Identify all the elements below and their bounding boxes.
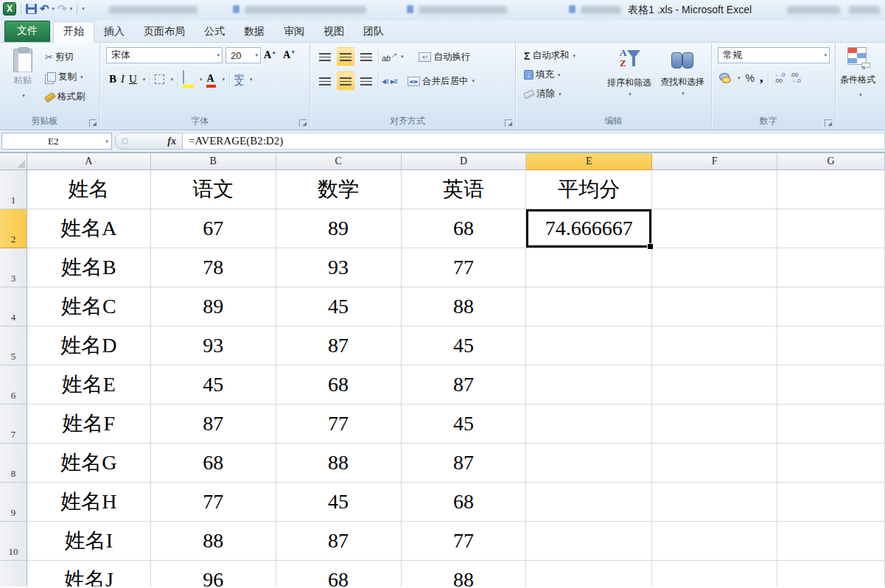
cell-B1[interactable]: 语文 <box>151 170 276 209</box>
fill-color-button[interactable] <box>183 71 194 88</box>
column-header-D[interactable]: D <box>402 153 527 170</box>
alignment-dialog-launcher-icon[interactable]: ◢ <box>505 119 512 127</box>
merge-center-dropdown-icon[interactable]: ▾ <box>472 78 475 84</box>
row-header-4[interactable]: 4 <box>0 287 27 326</box>
clipboard-dialog-launcher-icon[interactable]: ◢ <box>89 119 97 127</box>
orientation-button[interactable]: ab↗ <box>382 51 396 63</box>
cell-G4[interactable] <box>777 287 885 326</box>
underline-button[interactable]: U <box>129 73 137 85</box>
currency-dropdown-icon[interactable]: ▾ <box>738 75 741 81</box>
cell-E7[interactable] <box>526 405 652 444</box>
tab-data[interactable]: 数据 <box>234 22 274 42</box>
cell-G6[interactable] <box>777 365 885 405</box>
excel-logo-icon[interactable]: X <box>3 2 16 15</box>
customize-qat-icon[interactable]: ▾ <box>82 6 85 12</box>
number-format-select[interactable]: 常规▾ <box>718 47 830 63</box>
autosum-dropdown-icon[interactable]: ▾ <box>573 53 576 59</box>
cell-F9[interactable] <box>652 483 777 522</box>
cell-F3[interactable] <box>652 248 777 287</box>
sort-filter-button[interactable]: AZ 排序和筛选 ▾ <box>604 47 654 97</box>
formula-input[interactable]: =AVERAGE(B2:D2) <box>183 133 885 150</box>
cell-E11[interactable] <box>526 561 652 587</box>
cell-A11[interactable]: 姓名J <box>27 561 151 587</box>
cell-E9[interactable] <box>526 483 652 522</box>
cell-E8[interactable] <box>526 444 652 483</box>
cell-C4[interactable]: 45 <box>276 287 402 326</box>
cell-D7[interactable]: 45 <box>402 405 527 444</box>
cell-B5[interactable]: 93 <box>151 326 276 365</box>
increase-indent-icon[interactable]: ▸≡ <box>391 77 396 86</box>
tab-home[interactable]: 开始 <box>53 21 94 43</box>
tab-formulas[interactable]: 公式 <box>195 22 234 42</box>
cell-D6[interactable]: 87 <box>402 365 527 405</box>
undo-dropdown-icon[interactable]: ▾ <box>52 6 55 12</box>
cell-C6[interactable]: 68 <box>276 365 402 405</box>
undo-icon[interactable]: ↶ <box>40 4 49 14</box>
cell-A8[interactable]: 姓名G <box>27 444 151 483</box>
align-left-button[interactable] <box>316 71 334 91</box>
phonetic-guide-button[interactable]: wén文 <box>234 74 244 85</box>
cell-G9[interactable] <box>777 483 885 522</box>
autosum-button[interactable]: Σ自动求和▾ <box>522 49 578 63</box>
fill-dropdown-icon[interactable]: ▾ <box>558 72 561 78</box>
cell-A4[interactable]: 姓名C <box>27 287 151 326</box>
cell-E6[interactable] <box>526 365 652 405</box>
cell-C1[interactable]: 数学 <box>276 170 402 209</box>
tab-view[interactable]: 视图 <box>314 22 354 42</box>
tab-review[interactable]: 审阅 <box>274 22 314 42</box>
cell-F2[interactable] <box>652 209 777 248</box>
cell-G8[interactable] <box>777 444 885 483</box>
cell-F6[interactable] <box>652 365 777 405</box>
collapse-formula-icon[interactable] <box>122 138 128 144</box>
cell-D8[interactable]: 87 <box>402 444 527 483</box>
align-bottom-button[interactable] <box>357 47 375 66</box>
cell-F1[interactable] <box>652 170 777 209</box>
cell-G7[interactable] <box>777 405 885 444</box>
cell-F5[interactable] <box>652 326 777 365</box>
cell-C7[interactable]: 77 <box>276 405 402 444</box>
name-box[interactable]: E2 ▾ <box>1 133 112 150</box>
cell-E1[interactable]: 平均分 <box>526 170 652 209</box>
tab-page-layout[interactable]: 页面布局 <box>134 22 195 42</box>
row-header-6[interactable]: 6 <box>0 365 27 405</box>
cell-F10[interactable] <box>652 522 777 561</box>
currency-format-icon[interactable] <box>719 73 731 83</box>
cell-C11[interactable]: 68 <box>276 561 402 587</box>
cell-F8[interactable] <box>652 444 777 483</box>
clear-dropdown-icon[interactable]: ▾ <box>559 91 562 97</box>
italic-button[interactable]: I <box>121 73 125 85</box>
row-header-11[interactable]: 11 <box>0 561 27 587</box>
cell-C10[interactable]: 87 <box>276 522 402 561</box>
row-header-7[interactable]: 7 <box>0 405 27 444</box>
tab-insert[interactable]: 插入 <box>94 22 134 42</box>
cell-B10[interactable]: 88 <box>151 522 276 561</box>
find-select-dropdown-icon[interactable]: ▾ <box>659 91 707 97</box>
underline-dropdown-icon[interactable]: ▾ <box>143 77 146 83</box>
cell-E3[interactable] <box>526 248 652 287</box>
sort-filter-dropdown-icon[interactable]: ▾ <box>606 91 654 97</box>
cell-G2[interactable] <box>777 209 885 248</box>
borders-dropdown-icon[interactable]: ▾ <box>170 77 173 83</box>
column-header-F[interactable]: F <box>652 153 777 170</box>
bold-button[interactable]: B <box>109 73 116 85</box>
row-header-10[interactable]: 10 <box>0 522 27 561</box>
decrease-decimal-icon[interactable]: .00→.0 <box>790 72 801 84</box>
percent-format-icon[interactable]: % <box>746 72 755 84</box>
copy-dropdown-icon[interactable]: ▾ <box>80 74 83 80</box>
number-dialog-launcher-icon[interactable]: ◢ <box>825 119 832 127</box>
cell-G1[interactable] <box>777 170 885 209</box>
cell-D9[interactable]: 68 <box>402 483 527 522</box>
cell-B3[interactable]: 78 <box>151 248 276 287</box>
merge-center-button[interactable]: ◂a▸合并后居中▾ <box>405 74 477 88</box>
cell-B7[interactable]: 87 <box>151 405 276 444</box>
cell-G3[interactable] <box>777 248 885 287</box>
redo-dropdown-icon[interactable]: ▾ <box>70 6 73 12</box>
comma-format-icon[interactable]: , <box>760 70 763 85</box>
font-color-dropdown-icon[interactable]: ▾ <box>222 77 225 83</box>
font-dialog-launcher-icon[interactable]: ◢ <box>299 119 307 127</box>
column-header-C[interactable]: C <box>276 153 402 170</box>
format-painter-button[interactable]: 格式刷 <box>43 90 88 104</box>
column-header-E[interactable]: E <box>526 153 652 170</box>
row-header-3[interactable]: 3 <box>0 248 27 287</box>
cell-E4[interactable] <box>526 287 652 326</box>
